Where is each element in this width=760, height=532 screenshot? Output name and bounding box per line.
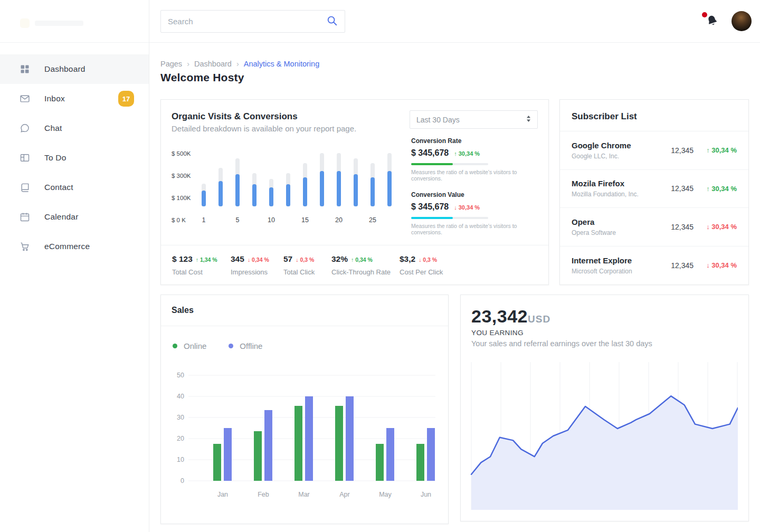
calendar-icon: [20, 212, 30, 222]
subscriber-count: 12,345: [666, 223, 694, 231]
logo-mark-icon: [20, 18, 30, 28]
sidebar-item-contact[interactable]: Contact: [0, 173, 149, 202]
search-input[interactable]: [168, 17, 326, 26]
stat-label: Click-Through Rate: [331, 268, 400, 276]
kpi-stats-row: $ 123↑ 1,34 %Total Cost345↓ 0,34 %Impres…: [161, 245, 548, 276]
breadcrumb-separator: ›: [236, 60, 239, 68]
legend-label: Offline: [240, 341, 262, 350]
svg-text:$ 0 K: $ 0 K: [172, 217, 186, 223]
topbar: [149, 0, 760, 43]
stat-change: ↑ 1,34 %: [196, 256, 217, 263]
svg-text:5: 5: [236, 216, 240, 224]
svg-text:25: 25: [369, 216, 376, 224]
legend-item-online[interactable]: Online: [173, 341, 206, 350]
earnings-card: 23,342USD YOU EARNING Your sales and ref…: [460, 294, 749, 521]
metric-label: Conversion Rate: [411, 137, 539, 145]
legend-dot-icon: [229, 344, 233, 348]
main-content: Pages›Dashboard›Analytics & Monitoring W…: [149, 43, 760, 532]
subscriber-row-mozila-firefox: Mozila FirefoxMozilla Foundation, Inc.12…: [560, 170, 748, 208]
earnings-subtitle: Your sales and referral earnings over th…: [471, 339, 652, 348]
sidebar-item-label: Inbox: [44, 94, 65, 103]
sidebar: DashboardInbox17ChatTo DoContactCalendar…: [0, 0, 149, 532]
organic-card-subtitle: Detailed breakdown is available on your …: [172, 124, 356, 133]
svg-text:50: 50: [177, 372, 184, 379]
svg-text:20: 20: [177, 435, 184, 442]
sidebar-item-inbox[interactable]: Inbox17: [0, 84, 149, 113]
subscriber-name: Google Chrome: [572, 141, 666, 150]
sidebar-item-to-do[interactable]: To Do: [0, 143, 149, 173]
legend-dot-icon: [173, 344, 177, 348]
organic-card-title: Organic Visits & Conversions: [172, 111, 298, 122]
stat-label: Impressions: [231, 268, 283, 276]
stat-label: Total Cost: [172, 268, 231, 276]
svg-text:30: 30: [177, 414, 184, 421]
breadcrumb: Pages›Dashboard›Analytics & Monitoring: [160, 60, 319, 68]
stat-click-through-rate: 32%↑ 0,34 %Click-Through Rate: [331, 254, 400, 276]
stat-total-cost: $ 123↑ 1,34 %Total Cost: [172, 254, 231, 276]
subscriber-change: ↑ 30,34 %: [694, 146, 737, 154]
sidebar-item-chat[interactable]: Chat: [0, 113, 149, 143]
app-root: DashboardInbox17ChatTo DoContactCalendar…: [0, 0, 760, 532]
notifications-button[interactable]: [706, 14, 719, 28]
subscriber-row-google-chrome: Google ChromeGoogle LLC, Inc.12,345↑ 30,…: [560, 131, 748, 170]
breadcrumb-link-pages[interactable]: Pages: [160, 60, 182, 68]
sidebar-item-calendar[interactable]: Calendar: [0, 202, 149, 232]
sidebar-item-label: Contact: [44, 183, 73, 192]
inbox-badge: 17: [118, 91, 134, 107]
stat-value: 32%: [331, 254, 348, 264]
svg-text:Feb: Feb: [258, 491, 269, 498]
svg-text:May: May: [379, 491, 392, 498]
breadcrumb-link-analytics-monitoring[interactable]: Analytics & Monitoring: [244, 60, 319, 68]
sidebar-item-ecommerce[interactable]: eCommerce: [0, 232, 149, 261]
user-avatar[interactable]: [732, 11, 752, 31]
sales-bar-chart: 50403020100JanFebMarAprMayJun: [168, 366, 438, 504]
subscriber-company: Opera Software: [572, 229, 666, 236]
metric-caption: Measures the ratio of a website's visito…: [411, 223, 539, 235]
search-icon[interactable]: [326, 15, 338, 28]
svg-text:20: 20: [335, 216, 343, 224]
stat-value: $ 123: [172, 254, 193, 264]
stat-change: ↓ 0,3 %: [419, 256, 437, 263]
logo-area: [0, 0, 149, 43]
stat-label: Total Click: [283, 268, 331, 276]
sidebar-nav: DashboardInbox17ChatTo DoContactCalendar…: [0, 43, 149, 261]
earnings-area-chart: [470, 362, 738, 511]
legend-item-offline[interactable]: Offline: [229, 341, 262, 350]
stat-change: ↑ 0,34 %: [351, 256, 373, 263]
stat-impressions: 345↓ 0,34 %Impressions: [231, 254, 283, 276]
breadcrumb-link-dashboard[interactable]: Dashboard: [194, 60, 232, 68]
stat-total-click: 57↓ 0,3 %Total Click: [283, 254, 331, 276]
subscriber-name: Mozila Firefox: [572, 179, 666, 188]
metric-change: ↑ 30,34 %: [454, 150, 480, 157]
subscriber-row-internet-explore: Internet ExploreMicrosoft Corporation12,…: [560, 246, 748, 285]
stat-label: Cost Per Click: [400, 268, 443, 276]
subscriber-rows: Google ChromeGoogle LLC, Inc.12,345↑ 30,…: [560, 131, 748, 284]
subscriber-count: 12,345: [666, 184, 694, 193]
subscriber-change: ↓ 30,34 %: [694, 223, 737, 231]
metric-progress-track: [411, 163, 488, 165]
stat-cost-per-click: $3,2↓ 0,3 %Cost Per Click: [400, 254, 443, 276]
svg-text:10: 10: [268, 216, 275, 224]
sidebar-item-label: eCommerce: [44, 242, 90, 251]
subscriber-company: Mozilla Foundation, Inc.: [572, 191, 666, 198]
metric-caption: Measures the ratio of a website's visito…: [411, 169, 539, 182]
metric-progress-fill: [411, 217, 453, 219]
metric-progress-fill: [411, 163, 453, 165]
sidebar-item-label: Calendar: [44, 212, 79, 222]
sidebar-item-dashboard[interactable]: Dashboard: [0, 54, 149, 84]
svg-text:10: 10: [177, 456, 184, 463]
svg-text:$ 300K: $ 300K: [172, 173, 191, 179]
subscriber-company: Microsoft Corporation: [572, 268, 666, 275]
metric-conversion-rate: Conversion Rate$ 345,678↑ 30,34 %Measure…: [411, 137, 539, 182]
organic-bar-chart: $ 500K$ 300K$ 100K$ 0 K1510152025: [172, 148, 404, 226]
subscriber-row-opera: OperaOpera Software12,345↓ 30,34 %: [560, 208, 748, 246]
date-range-select[interactable]: Last 30 Days: [410, 110, 538, 129]
contact-icon: [20, 182, 30, 193]
date-range-value: Last 30 Days: [416, 116, 460, 124]
stat-change: ↓ 0,3 %: [296, 256, 314, 263]
subscriber-list-title: Subscriber List: [560, 100, 748, 131]
subscriber-name: Internet Explore: [572, 256, 666, 265]
organic-visits-card: Organic Visits & Conversions Detailed br…: [160, 99, 549, 285]
earnings-currency: USD: [528, 314, 550, 325]
metric-progress-track: [411, 217, 488, 219]
